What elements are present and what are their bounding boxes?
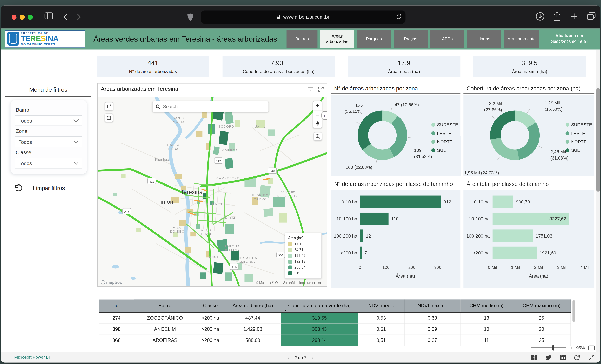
legend-item-SUL[interactable]: SUL	[565, 148, 592, 152]
table-row[interactable]: 398ANGELIM>200 ha1.429,08303,430,510,691…	[99, 323, 571, 334]
zoom-out-button[interactable]: −	[524, 344, 527, 351]
divider	[463, 93, 594, 94]
page-indicator: 2 de 7	[294, 355, 306, 360]
legend-item-SUDESTE[interactable]: SUDESTE	[565, 122, 592, 127]
forward-icon[interactable]	[77, 14, 81, 21]
privacy-shield-icon[interactable]	[187, 13, 194, 21]
sidebar-toggle-icon[interactable]	[44, 12, 53, 20]
legend-item-NORTE[interactable]: NORTE	[431, 140, 458, 144]
map-compass-button[interactable]	[313, 119, 322, 128]
nav-button-praças[interactable]: Praças	[393, 30, 428, 48]
legend-item-LESTE[interactable]: LESTE	[565, 131, 592, 136]
logo-name: TERESINA	[21, 35, 58, 42]
bar-10-100 ha[interactable]	[360, 212, 388, 225]
bar->200 ha[interactable]	[492, 247, 537, 259]
prev-page-icon[interactable]: ‹	[288, 354, 289, 360]
column-header-id[interactable]: id	[99, 299, 134, 312]
maximize-window-button[interactable]	[28, 15, 33, 20]
legend-swatch	[288, 260, 292, 263]
back-icon[interactable]	[63, 14, 68, 21]
donut-slice-LESTE[interactable]	[517, 122, 540, 160]
table-cell: 303,43	[281, 323, 358, 334]
bar->200 ha[interactable]	[360, 247, 362, 259]
table-cell: 0,69	[404, 323, 461, 334]
map-canvas[interactable]: 316112343226368316 SANTAMARIASANTAROSAPi…	[98, 97, 327, 286]
reload-icon[interactable]	[396, 14, 402, 20]
filter-dropdown-zona[interactable]: Todos	[15, 136, 82, 147]
nav-button-áreas-arborizadas[interactable]: Áreas arborizadas	[320, 30, 354, 48]
filter-dropdown-bairro[interactable]: Todos	[15, 115, 82, 126]
filter-dropdown-classe[interactable]: Todos	[15, 158, 82, 168]
donut-panel-cobertura-por-zona: Cobertura de áreas arborizadas por zona …	[463, 83, 594, 176]
map-zoom-in-button[interactable]: +	[313, 101, 322, 110]
table-scrollbar[interactable]	[572, 300, 575, 322]
nav-button-parques[interactable]: Parques	[357, 30, 391, 48]
clear-filters-button[interactable]: Limpar filtros	[14, 184, 92, 192]
fullscreen-icon[interactable]	[588, 354, 595, 361]
zoom-slider[interactable]	[531, 347, 566, 348]
linkedin-icon[interactable]	[560, 354, 566, 361]
x-tick-label: 2 Mil	[534, 265, 543, 270]
chart-area: 0-10 ha31210-100 ha110100-200 ha12>200 h…	[331, 190, 460, 288]
column-header-classe[interactable]: Classe	[196, 299, 225, 312]
nav-button-hortas[interactable]: Hortas	[467, 30, 501, 48]
bar-category-label: 10-100 ha	[469, 216, 490, 222]
donut-slice-SUL[interactable]	[490, 111, 515, 140]
bar-100-200 ha[interactable]	[360, 230, 363, 242]
map-search-box[interactable]	[153, 101, 269, 112]
facebook-icon[interactable]	[531, 354, 537, 361]
map-directions-button[interactable]	[105, 102, 113, 111]
filter-icon[interactable]	[308, 86, 314, 91]
column-header-ndvi-m-ximo[interactable]: NDVI máximo	[404, 299, 461, 312]
close-window-button[interactable]	[11, 15, 17, 20]
tab-overview-icon[interactable]	[587, 12, 596, 20]
bar-100-200 ha[interactable]	[492, 230, 533, 242]
table-row[interactable]: 274ZOOBOTÂNICO>200 ha487,44319,550,530,6…	[99, 312, 571, 323]
chevron-down-icon	[73, 140, 79, 144]
legend-item-SUDESTE[interactable]: SUDESTE	[431, 122, 458, 127]
filter-sidebar: Menu de filtros BairroTodosZonaTodosClas…	[4, 83, 92, 349]
minimize-window-button[interactable]	[20, 15, 25, 20]
bar-category-label: 0-10 ha	[474, 199, 490, 204]
legend-dot	[431, 148, 435, 152]
zoom-in-button[interactable]: +	[570, 344, 573, 351]
address-bar[interactable]: www.arborizai.com.br	[201, 10, 406, 24]
page-scrollbar-thumb[interactable]	[596, 88, 600, 192]
filter-card: BairroTodosZonaTodosClasseTodos	[10, 100, 87, 174]
column-header-bairro[interactable]: Bairro	[134, 299, 196, 312]
filter-label-classe: Classe	[16, 150, 82, 155]
map-locate-button[interactable]	[314, 132, 322, 141]
table-row[interactable]: 368AROEIRAS>200 ha588,00298,140,510,6711…	[99, 335, 571, 346]
column-header-chm-m-dio-m-[interactable]: CHM médio (m)	[460, 299, 512, 312]
nav-button-apps[interactable]: APPs	[430, 30, 464, 48]
share-report-icon[interactable]	[574, 354, 581, 361]
downloads-icon[interactable]	[536, 12, 544, 21]
next-page-icon[interactable]: ›	[312, 354, 313, 360]
nav-button-monitoramento[interactable]: Monitoramento	[504, 30, 539, 48]
nav-button-bairros[interactable]: Bairros	[287, 30, 318, 48]
share-icon[interactable]	[553, 11, 561, 21]
new-tab-icon[interactable]	[571, 13, 578, 20]
donut-slice-NORTE[interactable]	[491, 138, 519, 160]
legend-item-SUL[interactable]: SUL	[431, 148, 458, 152]
column-header-chm-m-ximo-m-[interactable]: CHM máximo (m)	[512, 299, 571, 312]
x-tick-label: 4 Mil	[580, 265, 589, 270]
search-input[interactable]	[163, 104, 265, 109]
legend-item-NORTE[interactable]: NORTE	[565, 140, 592, 144]
map-zoom-out-button[interactable]: −	[313, 110, 322, 119]
donut-slice-SUL[interactable]	[358, 111, 382, 150]
map-select-area-button[interactable]	[105, 114, 113, 122]
column-header-ndvi-m-dio[interactable]: NDVI médio	[358, 299, 404, 312]
kpi-card-2: 7.901Cobertura de áreas arborizadas (ha)	[222, 56, 335, 77]
map-flyout-tab[interactable]: 1	[321, 111, 327, 120]
bar-0-10 ha[interactable]	[360, 196, 441, 208]
column-header-cobertura-da-rea-verde-ha-[interactable]: Cobertura da área verde (ha)▼	[281, 299, 358, 312]
focus-mode-icon[interactable]	[318, 86, 324, 92]
table-cell: 10	[460, 323, 512, 334]
fit-to-page-icon[interactable]	[588, 345, 595, 350]
bar-0-10 ha[interactable]	[492, 196, 513, 208]
legend-item-LESTE[interactable]: LESTE	[431, 131, 458, 136]
donut-legend: SUDESTELESTENORTESUL	[431, 122, 458, 153]
column-header--rea-do-bairro-ha-[interactable]: Área do bairro (ha)	[225, 299, 281, 312]
twitter-icon[interactable]	[545, 354, 552, 360]
